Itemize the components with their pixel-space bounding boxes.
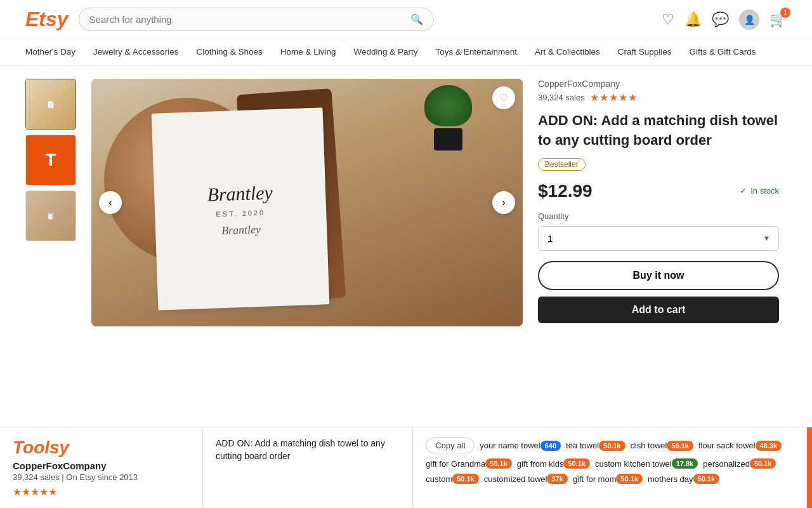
- cart-badge: 1: [780, 8, 790, 18]
- search-input[interactable]: [89, 14, 405, 25]
- nav-mothers-day[interactable]: Mother's Day: [25, 39, 75, 65]
- quantity-select[interactable]: 1 2 3: [538, 226, 779, 251]
- search-icon[interactable]: 🔍: [410, 13, 423, 25]
- buy-now-button[interactable]: Buy it now: [538, 261, 779, 290]
- thumbnail-2[interactable]: T: [25, 135, 76, 185]
- header: Etsy 🔍 ♡ 🔔 💬 👤 🛒 1: [0, 0, 812, 39]
- product-title: ADD ON: Add a matching dish towel to any…: [538, 111, 779, 150]
- search-bar[interactable]: 🔍: [79, 8, 434, 31]
- star-rating: ★★★★★: [590, 91, 638, 104]
- product-price: $12.99: [538, 181, 593, 201]
- nav-clothing[interactable]: Clothing & Shoes: [196, 39, 262, 65]
- nav-toys[interactable]: Toys & Entertainment: [436, 39, 517, 65]
- thumbnail-1[interactable]: 📄: [25, 79, 76, 130]
- checkmark-icon: ✓: [740, 186, 747, 196]
- cart-icon[interactable]: 🛒 1: [769, 11, 787, 28]
- thumb-logo-t: T: [26, 135, 75, 185]
- nav-craft[interactable]: Craft Supplies: [618, 39, 672, 65]
- nav-art[interactable]: Art & Collectibles: [535, 39, 600, 65]
- quantity-label: Quantity: [538, 211, 779, 221]
- thumbnail-list: 📄 T 🧻: [25, 79, 76, 326]
- messages-icon[interactable]: 💬: [712, 11, 729, 28]
- avatar: 👤: [739, 10, 759, 30]
- prev-image-button[interactable]: ‹: [99, 191, 122, 214]
- product-image-section: Brantley EST. 2020 Brantley ‹ › ♡: [91, 79, 523, 326]
- nav-gifts[interactable]: Gifts & Gift Cards: [690, 39, 756, 65]
- nav-wedding[interactable]: Wedding & Party: [354, 39, 418, 65]
- thumbnail-3[interactable]: 🧻: [25, 190, 76, 241]
- sales-count: 39,324 sales: [538, 93, 585, 102]
- header-icons: ♡ 🔔 💬 👤 🛒 1: [662, 10, 787, 30]
- product-main-image: Brantley EST. 2020 Brantley: [91, 79, 523, 326]
- etsy-logo: Etsy: [25, 8, 69, 31]
- nav-home[interactable]: Home & Living: [280, 39, 336, 65]
- wishlist-icon[interactable]: ♡: [662, 11, 674, 28]
- add-to-cart-button[interactable]: Add to cart: [538, 297, 779, 323]
- quantity-wrapper: 1 2 3: [538, 226, 779, 251]
- account-icon[interactable]: 👤: [739, 10, 759, 30]
- product-info: CopperFoxCompany 39,324 sales ★★★★★ ADD …: [538, 79, 779, 326]
- stock-status: ✓ In stock: [740, 186, 779, 196]
- favorite-button[interactable]: ♡: [492, 86, 515, 109]
- price-row: $12.99 ✓ In stock: [538, 181, 779, 201]
- next-image-button[interactable]: ›: [492, 191, 515, 214]
- notifications-icon[interactable]: 🔔: [684, 11, 702, 28]
- seller-name[interactable]: CopperFoxCompany: [538, 79, 779, 89]
- bestseller-badge: Bestseller: [538, 158, 586, 171]
- main-content: 📄 T 🧻 Brantley EST. 2020 Brantley: [0, 66, 812, 339]
- nav-jewelry[interactable]: Jewelry & Accessories: [93, 39, 178, 65]
- navigation: Mother's Day Jewelry & Accessories Cloth…: [0, 39, 812, 66]
- rating-row: 39,324 sales ★★★★★: [538, 91, 779, 104]
